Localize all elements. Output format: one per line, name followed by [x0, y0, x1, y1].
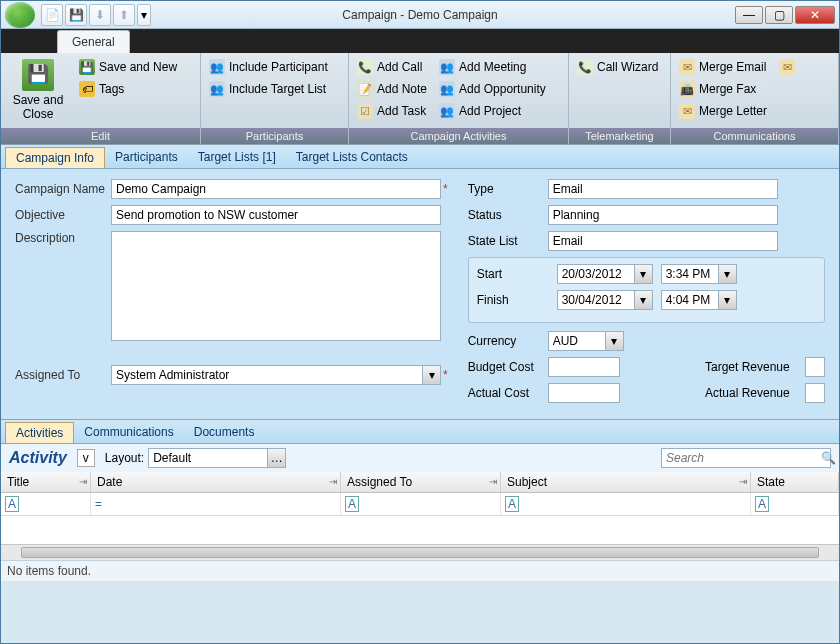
tab-target-contacts[interactable]: Target Lists Contacts: [286, 147, 418, 168]
merge-letter-button[interactable]: ✉Merge Letter: [675, 101, 771, 121]
layout-input[interactable]: [148, 448, 268, 468]
start-date-input[interactable]: [557, 264, 635, 284]
col-state[interactable]: State: [751, 472, 839, 492]
form-right-column: Type Status State List Start ▾ ▾ Finish …: [468, 179, 825, 409]
group-participants-title: Participants: [201, 128, 348, 144]
assigned-dropdown-button[interactable]: ▾: [423, 365, 441, 385]
ribbon-group-edit: 💾 Save and Close 💾Save and New 🏷Tags Edi…: [1, 53, 201, 144]
subtab-documents[interactable]: Documents: [184, 422, 265, 443]
pin-icon: ⇥: [79, 476, 87, 487]
finish-time-input[interactable]: [661, 290, 719, 310]
type-input[interactable]: [548, 179, 778, 199]
close-button[interactable]: ✕: [795, 6, 835, 24]
tab-participants[interactable]: Participants: [105, 147, 188, 168]
label-target-revenue: Target Revenue: [705, 360, 805, 374]
start-time-dropdown[interactable]: ▾: [719, 264, 737, 284]
finish-time-dropdown[interactable]: ▾: [719, 290, 737, 310]
group-comm-title: Communications: [671, 128, 838, 144]
qat-new-icon[interactable]: 📄: [41, 4, 63, 26]
qat-up-icon[interactable]: ⬆: [113, 4, 135, 26]
filter-title[interactable]: A: [1, 493, 91, 515]
maximize-button[interactable]: ▢: [765, 6, 793, 24]
grid-filter-row: A = A A A: [1, 493, 839, 516]
subtab-activities[interactable]: Activities: [5, 422, 74, 443]
col-title[interactable]: Title⇥: [1, 472, 91, 492]
activity-view-button[interactable]: v: [77, 449, 95, 467]
qat-down-icon[interactable]: ⬇: [89, 4, 111, 26]
actual-revenue-input[interactable]: [805, 383, 825, 403]
add-task-button[interactable]: ☑Add Task: [353, 101, 431, 121]
status-bar: No items found.: [1, 560, 839, 581]
ribbon-group-telemarketing: 📞Call Wizard Telemarketing: [569, 53, 671, 144]
save-and-new-button[interactable]: 💾Save and New: [75, 57, 181, 77]
filter-assigned[interactable]: A: [341, 493, 501, 515]
campaign-name-input[interactable]: [111, 179, 441, 199]
comm-extra-icon: ✉: [779, 59, 795, 75]
status-input[interactable]: [548, 205, 778, 225]
filter-state[interactable]: A: [751, 493, 839, 515]
scroll-thumb[interactable]: [21, 547, 819, 558]
search-input[interactable]: [662, 449, 821, 467]
add-project-button[interactable]: 👥Add Project: [435, 101, 550, 121]
save-and-close-button[interactable]: 💾 Save and Close: [5, 57, 71, 124]
merge-fax-button[interactable]: 📠Merge Fax: [675, 79, 771, 99]
target-revenue-input[interactable]: [805, 357, 825, 377]
finish-date-dropdown[interactable]: ▾: [635, 290, 653, 310]
note-icon: 📝: [357, 81, 373, 97]
merge-email-button[interactable]: ✉Merge Email: [675, 57, 771, 77]
call-wizard-button[interactable]: 📞Call Wizard: [573, 57, 662, 77]
add-call-button[interactable]: 📞Add Call: [353, 57, 431, 77]
start-time-input[interactable]: [661, 264, 719, 284]
actual-cost-input[interactable]: [548, 383, 620, 403]
label-state-list: State List: [468, 234, 548, 248]
description-textarea[interactable]: [111, 231, 441, 341]
assigned-to-input[interactable]: [111, 365, 423, 385]
tags-icon: 🏷: [79, 81, 95, 97]
layout-dropdown[interactable]: …: [268, 448, 286, 468]
state-list-input[interactable]: [548, 231, 778, 251]
tags-button[interactable]: 🏷Tags: [75, 79, 181, 99]
group-edit-title: Edit: [1, 128, 200, 144]
start-date-dropdown[interactable]: ▾: [635, 264, 653, 284]
app-logo-icon[interactable]: [5, 2, 35, 28]
task-icon: ☑: [357, 103, 373, 119]
date-panel: Start ▾ ▾ Finish ▾ ▾: [468, 257, 825, 323]
titlebar: 📄 💾 ⬇ ⬆ ▾ Campaign - Demo Campaign — ▢ ✕: [1, 1, 839, 29]
ribbon-tab-general[interactable]: General: [57, 30, 130, 53]
col-assigned[interactable]: Assigned To⇥: [341, 472, 501, 492]
minimize-button[interactable]: —: [735, 6, 763, 24]
budget-cost-input[interactable]: [548, 357, 620, 377]
label-start: Start: [477, 267, 557, 281]
objective-input[interactable]: [111, 205, 441, 225]
search-icon[interactable]: 🔍: [821, 449, 836, 467]
tab-target-lists[interactable]: Target Lists [1]: [188, 147, 286, 168]
save-close-label: Save and Close: [7, 93, 69, 122]
currency-dropdown[interactable]: ▾: [606, 331, 624, 351]
grid-header: Title⇥ Date⇥ Assigned To⇥ Subject⇥ State: [1, 472, 839, 493]
subtab-communications[interactable]: Communications: [74, 422, 183, 443]
filter-subject[interactable]: A: [501, 493, 751, 515]
qat-save-icon[interactable]: 💾: [65, 4, 87, 26]
label-actual-cost: Actual Cost: [468, 386, 548, 400]
opportunity-icon: 👥: [439, 81, 455, 97]
label-finish: Finish: [477, 293, 557, 307]
comm-extra-button[interactable]: ✉: [775, 57, 799, 77]
tab-campaign-info[interactable]: Campaign Info: [5, 147, 105, 168]
save-new-icon: 💾: [79, 59, 95, 75]
finish-date-input[interactable]: [557, 290, 635, 310]
filter-date[interactable]: =: [91, 493, 341, 515]
add-meeting-button[interactable]: 👥Add Meeting: [435, 57, 550, 77]
qat-dropdown-icon[interactable]: ▾: [137, 4, 151, 26]
include-participant-button[interactable]: 👥Include Participant: [205, 57, 332, 77]
label-assigned: Assigned To: [15, 368, 111, 382]
horizontal-scrollbar[interactable]: [1, 544, 839, 560]
currency-input[interactable]: [548, 331, 606, 351]
col-date[interactable]: Date⇥: [91, 472, 341, 492]
include-target-list-button[interactable]: 👥Include Target List: [205, 79, 332, 99]
wizard-icon: 📞: [577, 59, 593, 75]
add-opportunity-button[interactable]: 👥Add Opportunity: [435, 79, 550, 99]
add-note-button[interactable]: 📝Add Note: [353, 79, 431, 99]
col-subject[interactable]: Subject⇥: [501, 472, 751, 492]
label-description: Description: [15, 231, 111, 245]
grid-body: [1, 516, 839, 544]
